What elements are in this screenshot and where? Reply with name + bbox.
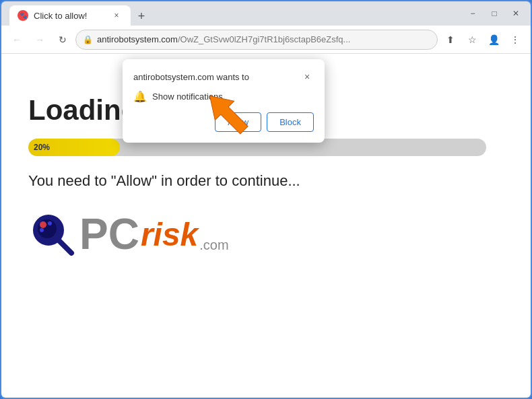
url-domain: antirobotsystem.com <box>97 34 178 44</box>
logo-pc-text: PC <box>79 213 139 256</box>
active-tab[interactable]: 🐾 Click to allow! × <box>9 5 131 26</box>
popup-close-button[interactable]: × <box>300 70 314 83</box>
profile-button[interactable]: 👤 <box>484 30 504 50</box>
pcrisk-logo: PC risk .com <box>28 210 504 258</box>
progress-bar: 20% <box>28 139 120 156</box>
svg-line-6 <box>59 241 71 253</box>
maximize-button[interactable]: □ <box>485 4 504 23</box>
navigation-bar: ← → ↻ 🔒 antirobotsystem.com/OwZ_GtSvw0lZ… <box>1 26 531 54</box>
tab-favicon: 🐾 <box>18 10 28 21</box>
svg-point-5 <box>40 228 44 232</box>
url-path: /OwZ_GtSvw0lZH7gi7tR1bj6sctapB6eZsfq... <box>178 34 351 44</box>
logo-magnifier-icon <box>28 210 77 258</box>
svg-point-4 <box>48 221 52 225</box>
tab-area: 🐾 Click to allow! × + <box>9 1 151 26</box>
instruction-text: You need to "Allow" in order to continue… <box>28 172 504 190</box>
bell-icon: 🔔 <box>133 90 147 103</box>
share-button[interactable]: ⬆ <box>440 30 461 50</box>
logo-dotcom-text: .com <box>199 238 228 253</box>
popup-title: antirobotsystem.com wants to <box>133 72 300 82</box>
back-button[interactable]: ← <box>7 30 27 50</box>
popup-header: antirobotsystem.com wants to × <box>133 70 314 83</box>
tab-title: Click to allow! <box>34 11 87 21</box>
svg-point-3 <box>40 221 46 228</box>
lock-icon: 🔒 <box>83 35 93 44</box>
new-tab-button[interactable]: + <box>132 7 151 26</box>
tab-close-button[interactable]: × <box>110 9 123 22</box>
url-text: antirobotsystem.com/OwZ_GtSvw0lZH7gi7tR1… <box>97 34 430 44</box>
bookmark-button[interactable]: ☆ <box>462 30 482 50</box>
nav-actions: ⬆ ☆ 👤 ⋮ <box>440 30 525 50</box>
close-button[interactable]: ✕ <box>506 4 525 23</box>
forward-button[interactable]: → <box>30 30 50 50</box>
logo-risk-text: risk <box>141 216 198 253</box>
address-bar[interactable]: 🔒 antirobotsystem.com/OwZ_GtSvw0lZH7gi7t… <box>75 30 438 50</box>
arrow-svg <box>200 86 254 140</box>
minimize-button[interactable]: − <box>463 4 482 23</box>
reload-button[interactable]: ↻ <box>53 30 73 50</box>
window-controls: − □ ✕ <box>463 4 525 23</box>
title-bar: 🐾 Click to allow! × + − □ ✕ <box>1 1 531 26</box>
svg-marker-0 <box>200 86 253 139</box>
progress-label: 20% <box>34 143 50 152</box>
browser-content: antirobotsystem.com wants to × 🔔 Show no… <box>1 54 531 399</box>
block-button[interactable]: Block <box>267 112 314 132</box>
menu-button[interactable]: ⋮ <box>505 30 525 50</box>
arrow-indicator <box>200 86 254 143</box>
